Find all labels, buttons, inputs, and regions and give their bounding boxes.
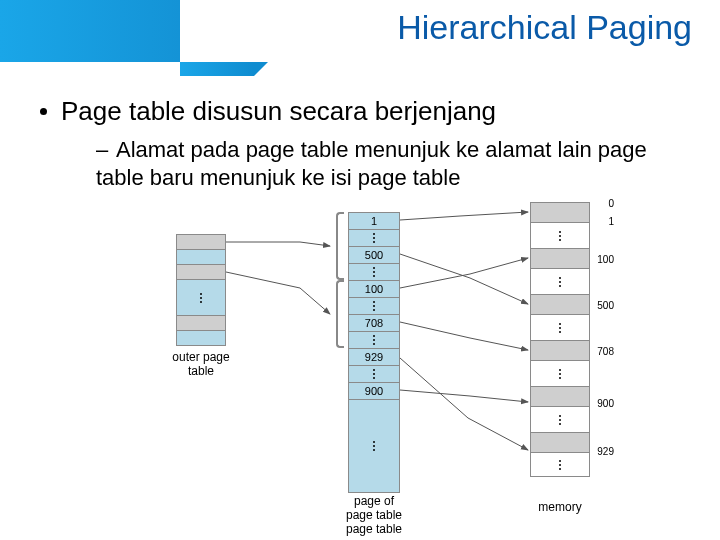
vdots-icon	[349, 331, 399, 348]
mid-cell: 1	[349, 212, 399, 229]
mid-cell: 929	[349, 348, 399, 365]
vdots-icon	[349, 229, 399, 246]
page-title: Hierarchical Paging	[397, 8, 692, 47]
bullet-level1: Page table disusun secara berjenjang	[40, 96, 496, 127]
mem-num: 929	[592, 446, 614, 457]
mem-num: 1	[592, 216, 614, 227]
mem-num: 100	[592, 254, 614, 265]
header-flag	[180, 62, 254, 76]
mem-num: 708	[592, 346, 614, 357]
mid-cell: 708	[349, 314, 399, 331]
mem-num: 900	[592, 398, 614, 409]
caption-outer: outer page table	[160, 350, 242, 378]
page-of-page-table: 1 500 100 708 929 900	[348, 212, 400, 493]
vdots-icon	[531, 452, 589, 476]
caption-mid-bottom: page table	[336, 522, 412, 536]
vdots-icon	[349, 263, 399, 280]
vdots-icon	[531, 222, 589, 248]
caption-memory: memory	[530, 500, 590, 514]
vdots-icon	[349, 365, 399, 382]
caption-mid-top: page of page table	[336, 494, 412, 522]
vdots-icon	[349, 297, 399, 314]
vdots-icon	[531, 406, 589, 432]
mid-cell: 500	[349, 246, 399, 263]
mid-cell: 100	[349, 280, 399, 297]
memory-column	[530, 202, 590, 477]
diagram: outer page table 1 500 100 708 929 900 p…	[0, 198, 720, 538]
dash-icon: –	[96, 136, 108, 164]
bullet-level2: –Alamat pada page table menunjuk ke alam…	[96, 136, 680, 191]
brace-top	[336, 212, 344, 280]
bullet-text: Page table disusun secara berjenjang	[61, 96, 496, 126]
mem-num: 500	[592, 300, 614, 311]
brace-bottom	[336, 280, 344, 348]
vdots-icon	[531, 268, 589, 294]
header-accent	[0, 0, 180, 62]
vdots-icon	[531, 360, 589, 386]
outer-page-table	[176, 234, 226, 346]
vdots-icon	[349, 399, 399, 492]
vdots-icon	[531, 314, 589, 340]
vdots-icon	[177, 279, 225, 315]
mid-cell: 900	[349, 382, 399, 399]
bullet-dot	[40, 108, 47, 115]
sub-text: Alamat pada page table menunjuk ke alama…	[96, 137, 647, 190]
mem-num: 0	[592, 198, 614, 209]
